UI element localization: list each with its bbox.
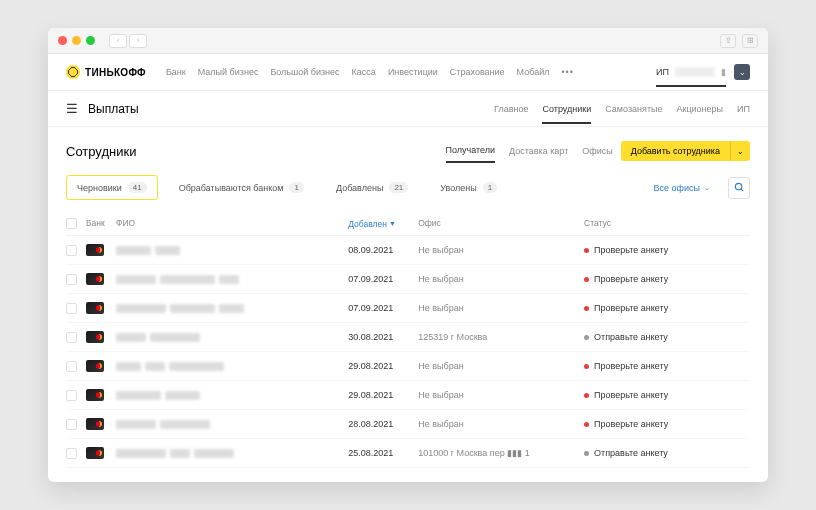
page-title: Выплаты: [88, 102, 139, 116]
maximize-dot[interactable]: [86, 36, 95, 45]
window-controls: [58, 36, 95, 45]
bank-card-icon: [86, 302, 104, 314]
chevron-down-icon: ⌄: [704, 184, 710, 192]
status-dot-icon: [584, 451, 589, 456]
bank-card-icon: [86, 331, 104, 343]
sub-nav: ГлавноеСотрудникиСамозанятыеАкционерыИП: [494, 104, 750, 114]
table-row[interactable]: 07.09.2021Не выбранПроверьте анкету: [66, 265, 750, 294]
table-row[interactable]: 07.09.2021Не выбранПроверьте анкету: [66, 294, 750, 323]
row-office: Не выбран: [418, 361, 584, 371]
fio-redacted: [116, 420, 348, 429]
fio-redacted: [116, 449, 348, 458]
row-checkbox[interactable]: [66, 390, 77, 401]
user-avatar[interactable]: ⌄: [734, 64, 750, 80]
section-tab[interactable]: Доставка карт: [509, 146, 568, 156]
filter-count: 21: [389, 182, 408, 193]
close-dot[interactable]: [58, 36, 67, 45]
col-fio[interactable]: ФИО: [116, 218, 348, 229]
subnav-item[interactable]: Главное: [494, 104, 528, 114]
status-dot-icon: [584, 277, 589, 282]
user-area[interactable]: ИП ▮ ⌄: [656, 64, 750, 80]
col-bank[interactable]: Банк: [86, 218, 116, 229]
topnav-item[interactable]: Страхование: [450, 67, 505, 77]
add-employee-button[interactable]: Добавить сотрудника: [621, 141, 730, 161]
row-checkbox[interactable]: [66, 361, 77, 372]
topnav-item[interactable]: Банк: [166, 67, 186, 77]
content: Сотрудники ПолучателиДоставка картОфисы …: [48, 127, 768, 482]
bank-card-icon: [86, 447, 104, 459]
select-all-checkbox[interactable]: [66, 218, 77, 229]
table-row[interactable]: 29.08.2021Не выбранПроверьте анкету: [66, 381, 750, 410]
row-status: Проверьте анкету: [584, 361, 750, 371]
table-row[interactable]: 28.08.2021Не выбранПроверьте анкету: [66, 410, 750, 439]
row-date: 29.08.2021: [348, 361, 418, 371]
section-tabs: ПолучателиДоставка картОфисы: [446, 145, 613, 157]
row-office: 125319 г Москва: [418, 332, 584, 342]
fio-redacted: [116, 391, 348, 400]
topnav-more[interactable]: •••: [561, 67, 573, 77]
share-icon[interactable]: ⇪: [720, 34, 736, 48]
status-dot-icon: [584, 306, 589, 311]
menu-icon[interactable]: ☰: [66, 101, 78, 116]
user-badge-icon: ▮: [721, 67, 726, 77]
col-date[interactable]: Добавлен▼: [348, 218, 418, 229]
subnav-item[interactable]: Акционеры: [676, 104, 723, 114]
status-dot-icon: [584, 248, 589, 253]
topnav-item[interactable]: Инвестиции: [388, 67, 438, 77]
filter-tab[interactable]: Уволены1: [429, 175, 508, 200]
fio-redacted: [116, 304, 348, 313]
table-row[interactable]: 29.08.2021Не выбранПроверьте анкету: [66, 352, 750, 381]
bank-card-icon: [86, 389, 104, 401]
top-nav: БанкМалый бизнесБольшой бизнесКассаИнвес…: [166, 67, 574, 77]
section-tab[interactable]: Получатели: [446, 145, 496, 163]
nav-back[interactable]: ‹: [109, 34, 127, 48]
search-button[interactable]: [728, 177, 750, 199]
subnav-item[interactable]: Сотрудники: [542, 104, 591, 124]
row-checkbox[interactable]: [66, 419, 77, 430]
row-date: 07.09.2021: [348, 274, 418, 284]
filter-tab[interactable]: Добавлены21: [325, 175, 419, 200]
tabs-icon[interactable]: ⊞: [742, 34, 758, 48]
row-status: Проверьте анкету: [584, 245, 750, 255]
topnav-item[interactable]: Малый бизнес: [198, 67, 259, 77]
subnav-item[interactable]: ИП: [737, 104, 750, 114]
nav-forward[interactable]: ›: [129, 34, 147, 48]
topnav-item[interactable]: Касса: [352, 67, 376, 77]
fio-redacted: [116, 275, 348, 284]
col-office[interactable]: Офис: [418, 218, 584, 229]
table-row[interactable]: 25.08.2021101000 г Москва пер ▮▮▮ 1Отпра…: [66, 439, 750, 468]
row-office: Не выбран: [418, 390, 584, 400]
row-checkbox[interactable]: [66, 332, 77, 343]
row-date: 08.09.2021: [348, 245, 418, 255]
bank-card-icon: [86, 273, 104, 285]
row-date: 28.08.2021: [348, 419, 418, 429]
row-checkbox[interactable]: [66, 303, 77, 314]
fio-redacted: [116, 246, 348, 255]
add-employee-split-button: Добавить сотрудника ⌄: [621, 141, 750, 161]
filter-count: 1: [289, 182, 303, 193]
brand-logo[interactable]: ТИНЬКОФФ: [66, 65, 146, 79]
status-dot-icon: [584, 393, 589, 398]
office-selector[interactable]: Все офисы ⌄: [654, 183, 710, 193]
sort-desc-icon: ▼: [389, 220, 396, 227]
filter-tab[interactable]: Обрабатываются банком1: [168, 175, 315, 200]
topnav-item[interactable]: Большой бизнес: [270, 67, 339, 77]
row-office: Не выбран: [418, 245, 584, 255]
col-status[interactable]: Статус: [584, 218, 750, 229]
row-checkbox[interactable]: [66, 448, 77, 459]
filter-tab[interactable]: Черновики41: [66, 175, 158, 200]
employees-table: Банк ФИО Добавлен▼ Офис Статус 08.09.202…: [66, 212, 750, 468]
row-office: 101000 г Москва пер ▮▮▮ 1: [418, 448, 584, 458]
subnav-item[interactable]: Самозанятые: [605, 104, 662, 114]
add-employee-dropdown[interactable]: ⌄: [730, 141, 750, 161]
topnav-item[interactable]: Мобайл: [517, 67, 550, 77]
section-tab[interactable]: Офисы: [582, 146, 612, 156]
status-dot-icon: [584, 335, 589, 340]
row-checkbox[interactable]: [66, 274, 77, 285]
table-row[interactable]: 08.09.2021Не выбранПроверьте анкету: [66, 236, 750, 265]
row-checkbox[interactable]: [66, 245, 77, 256]
row-office: Не выбран: [418, 303, 584, 313]
minimize-dot[interactable]: [72, 36, 81, 45]
bank-card-icon: [86, 244, 104, 256]
table-row[interactable]: 30.08.2021125319 г МоскваОтправьте анкет…: [66, 323, 750, 352]
